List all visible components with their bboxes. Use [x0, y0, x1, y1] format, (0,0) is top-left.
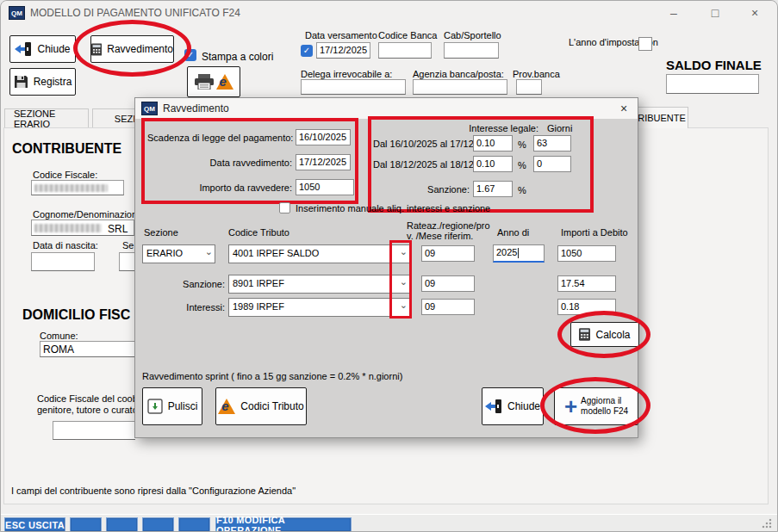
header-anno-di: Anno di: [497, 227, 529, 238]
resize-grip[interactable]: [762, 518, 772, 529]
cognome-redacted-value: [34, 224, 102, 232]
data-ravvedimento-label: Data ravvedimento:: [147, 158, 292, 168]
sesso-label-partial: Se: [122, 240, 134, 251]
importo-ravvedere-field[interactable]: 1050: [296, 179, 354, 195]
cognome-label: Cognome/Denominazione: [33, 209, 142, 220]
codice-banca-field[interactable]: [378, 42, 432, 59]
f10-modifica-button[interactable]: F10 MODIFICA OPERAZIONE: [215, 517, 352, 532]
tab-sezione-erario[interactable]: SEZIONE ERARIO: [4, 108, 89, 128]
codice-tributo-select-3[interactable]: 1989 IRPEF ⌄: [228, 298, 410, 317]
registra-button[interactable]: Registra: [9, 68, 76, 96]
coobbligato-field[interactable]: [53, 421, 135, 440]
rateaz-field-2[interactable]: 09: [421, 275, 475, 292]
anno-imposta-checkbox[interactable]: [638, 37, 652, 51]
status-note: I campi del contribuente sono ripresi da…: [11, 486, 296, 496]
sezione-select[interactable]: ERARIO ⌄: [142, 244, 215, 263]
rateaz-field-1[interactable]: 09: [421, 245, 475, 262]
exit-door-icon: [15, 42, 32, 56]
codice-fiscale-redacted-value: [34, 184, 108, 192]
codice-tributo-select-1[interactable]: 4001 IRPEF SALDO ⌄: [228, 244, 410, 263]
close-button[interactable]: ×: [736, 1, 774, 25]
ravvedimento-label: Ravvedimento: [107, 43, 173, 55]
sanzione-pct-field[interactable]: 1.67: [473, 181, 513, 197]
calcola-button[interactable]: Calcola: [570, 322, 639, 347]
interessi-row2-percent: %: [518, 160, 526, 170]
data-nascita-field[interactable]: [31, 252, 95, 271]
fkey-button-2[interactable]: [106, 517, 138, 532]
aggiorna-f24-button[interactable]: + Aggiorna il modello F24: [554, 387, 638, 425]
stampa-colori-label: Stampa a colori: [202, 51, 273, 63]
cognome-field[interactable]: SRL: [31, 220, 134, 236]
data-versamento-checkbox[interactable]: ✓: [301, 45, 313, 57]
pulisci-button[interactable]: Pulisci: [142, 387, 202, 425]
chiude-button[interactable]: Chiude: [9, 35, 76, 63]
interessi-row1-percent: %: [518, 139, 526, 150]
importo-field-2[interactable]: 17.54: [557, 275, 616, 292]
rateaz-field-3[interactable]: 09: [421, 299, 475, 315]
prov-banca-field[interactable]: [516, 79, 542, 95]
codice-fiscale-field[interactable]: [31, 180, 124, 195]
data-nascita-label: Data di nascita:: [33, 240, 98, 251]
calcola-label: Calcola: [595, 329, 630, 341]
saldo-finale-field[interactable]: [666, 74, 759, 94]
chevron-down-icon[interactable]: ⌄: [400, 246, 408, 257]
exit-door-icon: [485, 399, 502, 413]
data-versamento-field[interactable]: 17/12/2025: [316, 42, 370, 59]
coobbligato-label-line2: genitore, tutore o curator: [37, 405, 136, 415]
importo-field-1[interactable]: 1050: [557, 245, 616, 262]
minimize-button[interactable]: –: [655, 1, 693, 25]
fkey-button-3[interactable]: [142, 517, 174, 532]
header-sezione: Sezione: [144, 227, 178, 238]
esc-uscita-button[interactable]: ESC USCITA: [4, 517, 65, 532]
dialog-chiude-button[interactable]: Chiude: [482, 387, 544, 425]
cab-sportello-field[interactable]: [444, 42, 499, 59]
delega-field[interactable]: [301, 79, 406, 95]
ravvedimento-button[interactable]: Ravvedimento: [90, 35, 174, 63]
sesso-field[interactable]: [119, 252, 134, 271]
calculator-icon: [579, 328, 590, 341]
interessi-row1-rate-field[interactable]: 0.10: [473, 135, 513, 152]
interessi-row2-giorni-field[interactable]: 0: [533, 156, 571, 172]
registra-label: Registra: [34, 76, 72, 88]
chevron-down-icon[interactable]: ⌄: [400, 300, 408, 311]
trash-recycle-icon: [147, 399, 163, 414]
delega-label: Delega irrevocabile a:: [301, 69, 392, 79]
codice-banca-label: Codice Banca: [378, 30, 438, 40]
save-floppy-icon: [14, 75, 28, 89]
giorni-header: Giorni: [547, 123, 572, 133]
manual-aliq-checkbox[interactable]: [279, 202, 290, 213]
scadenza-field[interactable]: 16/10/2025: [296, 129, 351, 145]
chevron-down-icon[interactable]: ⌄: [400, 276, 408, 288]
interessi-row1-label: Dal 16/10/2025 al 17/12/2025: [373, 139, 470, 149]
fkey-button-4[interactable]: [178, 517, 210, 532]
data-ravvedimento-field[interactable]: 17/12/2025: [296, 154, 351, 170]
anno-field-1[interactable]: 2025: [493, 244, 545, 263]
codice-tributo-select-2[interactable]: 8901 IRPEF ⌄: [228, 275, 410, 294]
tab-contribuente-partial[interactable]: RIBUENTE: [635, 107, 688, 128]
sezione-select-value: ERARIO: [146, 248, 183, 258]
fkey-button-1[interactable]: [70, 517, 102, 532]
chiude-label: Chiude: [37, 43, 70, 55]
comune-label: Comune:: [40, 331, 78, 341]
stampa-button[interactable]: e: [187, 66, 240, 97]
header-codice-tributo: Codice Tributo: [228, 227, 289, 238]
calculator-icon: [91, 42, 102, 57]
coobbligato-label-line1: Codice Fiscale del coobbl: [37, 393, 136, 404]
title-bar: QM MODELLO DI PAGAMENTO UNIFICATO F24 – …: [1, 1, 777, 25]
aggiorna-f24-label: Aggiorna il modello F24: [581, 396, 628, 418]
agenzia-label: Agenzia banca/posta:: [413, 69, 504, 79]
dialog-close-button[interactable]: ×: [615, 101, 632, 116]
prov-banca-label: Prov.banca: [513, 69, 560, 79]
maximize-button[interactable]: □: [696, 1, 734, 25]
plus-icon: +: [564, 398, 577, 415]
comune-field[interactable]: ROMA: [40, 341, 136, 357]
interessi-row1-giorni-field[interactable]: 63: [533, 135, 571, 152]
interessi-row2-rate-field[interactable]: 0.10: [473, 156, 513, 172]
agenzia-field[interactable]: [413, 79, 507, 95]
interessi-row2-label: Dal 18/12/2025 al 18/12/2025: [373, 159, 470, 170]
cab-sportello-label: Cab/Sportello: [444, 30, 501, 40]
codici-tributo-button[interactable]: e Codici Tributo: [215, 387, 307, 425]
stampa-colori-checkbox[interactable]: ✓: [184, 49, 196, 61]
chevron-down-icon[interactable]: ⌄: [205, 246, 213, 257]
importo-field-3[interactable]: 0.18: [557, 299, 616, 315]
